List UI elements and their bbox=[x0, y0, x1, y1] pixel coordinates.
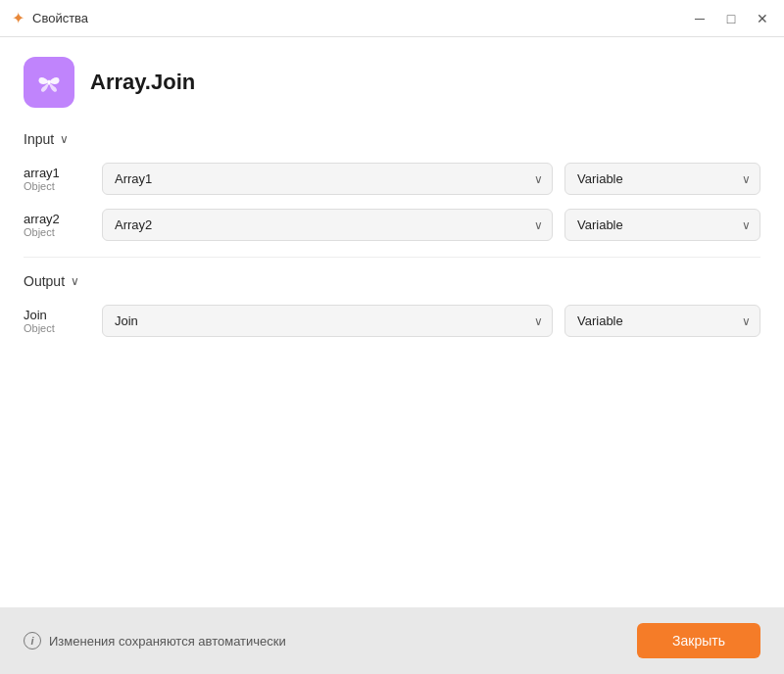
svg-point-0 bbox=[48, 79, 51, 84]
array1-label: array1 Object bbox=[24, 166, 90, 192]
title-bar: ✦ Свойства ─ □ ✕ bbox=[0, 0, 784, 37]
join-field-row: Join Object Join ∨ Variable ∨ bbox=[24, 305, 760, 337]
array1-field-row: array1 Object Array1 ∨ Variable ∨ bbox=[24, 163, 760, 195]
array2-dropdown[interactable]: Array2 bbox=[102, 209, 553, 241]
join-type-wrapper: Variable ∨ bbox=[564, 305, 760, 337]
input-section-header[interactable]: Input ∨ bbox=[24, 131, 760, 147]
array1-dropdown-wrapper: Array1 ∨ bbox=[102, 163, 553, 195]
main-content: Array.Join Input ∨ array1 Object Array1 … bbox=[0, 37, 784, 607]
footer-info: i Изменения сохраняются автоматически bbox=[24, 632, 286, 650]
title-bar-controls: ─ □ ✕ bbox=[690, 9, 772, 28]
section-divider bbox=[24, 257, 760, 258]
output-section-header[interactable]: Output ∨ bbox=[24, 273, 760, 289]
array2-dropdown-wrapper: Array2 ∨ bbox=[102, 209, 553, 241]
output-section-label: Output bbox=[24, 273, 65, 289]
join-label-main: Join bbox=[24, 308, 90, 322]
app-logo-icon: ✦ bbox=[12, 9, 24, 27]
input-section-label: Input bbox=[24, 131, 54, 147]
output-chevron-icon: ∨ bbox=[71, 274, 79, 288]
close-window-button[interactable]: ✕ bbox=[753, 9, 772, 28]
array2-field-row: array2 Object Array2 ∨ Variable ∨ bbox=[24, 209, 760, 241]
info-icon: i bbox=[24, 632, 41, 650]
array1-type-dropdown[interactable]: Variable bbox=[564, 163, 760, 195]
input-chevron-icon: ∨ bbox=[60, 132, 69, 146]
array2-label-main: array2 bbox=[24, 212, 90, 226]
app-title: Array.Join bbox=[90, 70, 195, 95]
join-type-dropdown[interactable]: Variable bbox=[564, 305, 760, 337]
close-button[interactable]: Закрыть bbox=[637, 623, 760, 658]
butterfly-icon bbox=[35, 69, 63, 96]
array1-label-main: array1 bbox=[24, 166, 90, 180]
footer: i Изменения сохраняются автоматически За… bbox=[0, 607, 784, 674]
minimize-button[interactable]: ─ bbox=[690, 9, 710, 28]
array1-dropdown[interactable]: Array1 bbox=[102, 163, 553, 195]
array2-label-sub: Object bbox=[24, 226, 90, 238]
app-icon bbox=[24, 57, 74, 108]
footer-info-text: Изменения сохраняются автоматически bbox=[49, 634, 286, 649]
join-dropdown-wrapper: Join ∨ bbox=[102, 305, 553, 337]
title-bar-left: ✦ Свойства bbox=[12, 9, 88, 27]
array1-type-wrapper: Variable ∨ bbox=[564, 163, 760, 195]
array1-label-sub: Object bbox=[24, 180, 90, 192]
title-bar-text: Свойства bbox=[32, 11, 88, 25]
join-dropdown[interactable]: Join bbox=[102, 305, 553, 337]
array2-label: array2 Object bbox=[24, 212, 90, 238]
array2-type-wrapper: Variable ∨ bbox=[564, 209, 760, 241]
array2-type-dropdown[interactable]: Variable bbox=[564, 209, 760, 241]
maximize-button[interactable]: □ bbox=[721, 9, 741, 28]
join-label: Join Object bbox=[24, 308, 90, 334]
join-label-sub: Object bbox=[24, 322, 90, 334]
app-header: Array.Join bbox=[24, 57, 760, 108]
